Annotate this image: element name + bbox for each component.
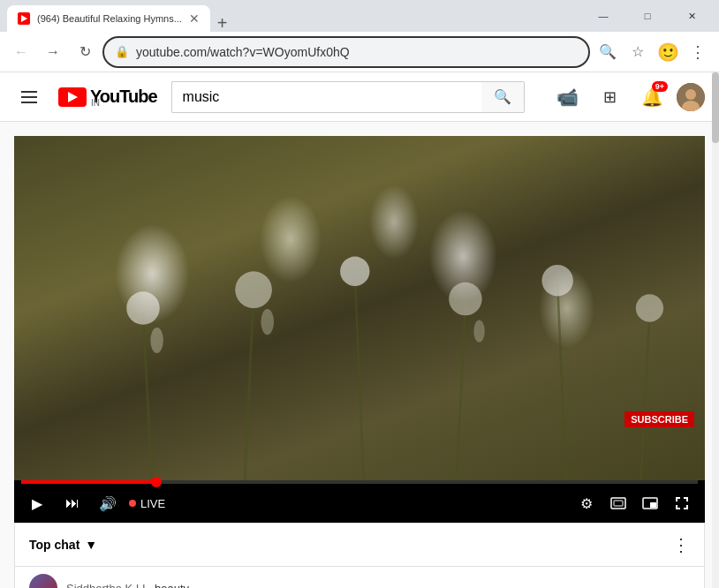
close-button[interactable]: ✕: [671, 0, 712, 32]
svg-point-14: [636, 294, 663, 321]
minimize-button[interactable]: —: [583, 0, 624, 32]
svg-point-17: [473, 320, 485, 343]
forward-button[interactable]: →: [39, 38, 67, 66]
video-player-container: SUBSCRIBE ▶ ⏭ 🔊 LIVE ⚙: [14, 136, 705, 523]
window-controls: — □ ✕: [583, 0, 712, 32]
hamburger-line-1: [21, 91, 37, 93]
youtube-header-right: 📹 ⊞ 🔔 9+: [549, 79, 705, 115]
svg-point-1: [685, 89, 696, 100]
avatar-image: [677, 83, 705, 111]
progress-fill: [21, 480, 156, 484]
refresh-button[interactable]: ↻: [71, 38, 99, 66]
youtube-search-input[interactable]: [171, 81, 481, 113]
new-tab-button[interactable]: +: [210, 14, 235, 32]
nav-right-icons: 🔍 ☆ 🙂 ⋮: [594, 38, 712, 66]
miniplayer-icon: [642, 497, 658, 509]
play-button[interactable]: ▶: [23, 489, 51, 517]
notification-badge: 9+: [652, 81, 668, 92]
back-button[interactable]: ←: [7, 38, 35, 66]
hamburger-line-2: [21, 96, 37, 98]
svg-rect-21: [650, 502, 656, 508]
progress-indicator: [151, 477, 162, 487]
content-area: SUBSCRIBE ▶ ⏭ 🔊 LIVE ⚙: [0, 122, 719, 588]
svg-rect-19: [614, 501, 623, 506]
live-badge: LIVE: [129, 497, 165, 510]
theater-icon: [610, 497, 626, 509]
chat-dropdown-icon: ▼: [85, 538, 97, 552]
youtube-search-bar: 🔍: [171, 81, 525, 113]
svg-point-16: [261, 309, 274, 335]
notifications-wrapper: 🔔 9+: [634, 79, 670, 115]
tab-strip: (964) Beautiful Relaxing Hymns... ✕ +: [7, 0, 579, 32]
apps-icon: ⊞: [603, 87, 617, 107]
video-controls-right: ⚙: [572, 489, 696, 517]
skip-button[interactable]: ⏭: [58, 489, 87, 517]
top-chat-toggle[interactable]: Top chat ▼: [29, 538, 97, 552]
apps-button[interactable]: ⊞: [592, 79, 627, 115]
active-tab[interactable]: (964) Beautiful Relaxing Hymns... ✕: [7, 5, 210, 32]
video-controls: ▶ ⏭ 🔊 LIVE ⚙: [14, 484, 705, 523]
svg-line-4: [245, 294, 254, 480]
maximize-button[interactable]: □: [627, 0, 668, 32]
browser-nav: ← → ↻ 🔒 🔍 ☆ 🙂 ⋮: [0, 32, 719, 72]
youtube-logo[interactable]: YouTube IN: [58, 87, 157, 108]
youtube-logo-icon: [58, 87, 87, 107]
svg-rect-18: [611, 498, 625, 509]
upload-video-button[interactable]: 📹: [549, 79, 585, 115]
svg-point-11: [340, 257, 369, 286]
user-avatar[interactable]: [677, 83, 705, 111]
chat-message-content: Siddhartha K I I beauty: [66, 580, 189, 588]
svg-point-13: [541, 265, 572, 296]
svg-line-5: [355, 276, 364, 480]
live-label: LIVE: [140, 497, 165, 510]
svg-line-7: [557, 285, 566, 480]
url-input[interactable]: [136, 45, 578, 59]
svg-point-12: [449, 283, 482, 316]
settings-button[interactable]: ⚙: [572, 489, 601, 517]
bookmark-button[interactable]: ☆: [624, 38, 652, 66]
theater-button[interactable]: [604, 489, 632, 517]
tab-title: (964) Beautiful Relaxing Hymns...: [37, 13, 182, 24]
chat-more-button[interactable]: ⋮: [672, 534, 690, 555]
scrollbar[interactable]: [712, 72, 719, 588]
top-chat-label-text: Top chat: [29, 538, 79, 552]
chat-user-row: Siddhartha K I I beauty: [14, 567, 705, 588]
chat-header: Top chat ▼ ⋮: [14, 523, 705, 567]
browser-titlebar: (964) Beautiful Relaxing Hymns... ✕ + — …: [0, 0, 719, 32]
hamburger-line-3: [21, 102, 37, 103]
upload-icon: 📹: [556, 87, 579, 108]
video-thumbnail[interactable]: SUBSCRIBE: [14, 136, 705, 480]
tab-favicon-icon: [18, 12, 30, 25]
youtube-header: YouTube IN 🔍 📹 ⊞ 🔔 9+: [0, 72, 719, 122]
hamburger-menu[interactable]: [14, 84, 44, 110]
svg-line-6: [456, 304, 465, 480]
chat-user-avatar: [29, 574, 57, 588]
youtube-search-button[interactable]: 🔍: [481, 81, 525, 113]
search-browser-button[interactable]: 🔍: [594, 38, 622, 66]
video-progress-area: [14, 480, 705, 484]
svg-point-9: [126, 291, 160, 325]
svg-line-8: [640, 313, 649, 480]
svg-point-15: [150, 328, 163, 353]
progress-bar[interactable]: [21, 480, 698, 484]
search-icon: 🔍: [494, 88, 511, 105]
fullscreen-button[interactable]: [668, 489, 696, 517]
lock-icon: 🔒: [115, 45, 129, 58]
chat-username: Siddhartha K I I: [66, 582, 146, 588]
tab-close-button[interactable]: ✕: [189, 11, 200, 26]
flower-overlay: [14, 136, 705, 480]
chat-message-text: beauty: [155, 582, 189, 588]
miniplayer-button[interactable]: [636, 489, 664, 517]
live-dot: [129, 500, 136, 507]
address-bar[interactable]: 🔒: [102, 36, 590, 68]
scrollbar-thumb[interactable]: [712, 72, 719, 143]
svg-point-10: [235, 271, 272, 308]
fullscreen-icon: [675, 496, 689, 510]
menu-button[interactable]: ⋮: [684, 38, 712, 66]
youtube-country-code: IN: [91, 98, 157, 108]
subscribe-badge[interactable]: SUBSCRIBE: [624, 411, 694, 427]
mute-button[interactable]: 🔊: [94, 489, 122, 517]
profile-button[interactable]: 🙂: [654, 38, 682, 66]
